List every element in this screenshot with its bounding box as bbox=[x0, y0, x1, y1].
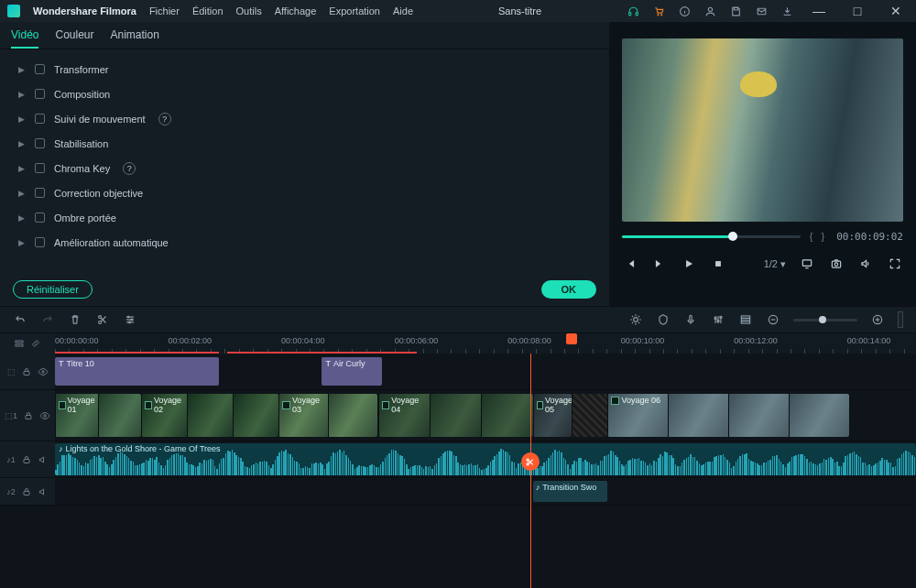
checkbox[interactable] bbox=[35, 89, 45, 99]
expand-icon[interactable]: ▶ bbox=[18, 164, 26, 173]
account-icon[interactable] bbox=[703, 5, 716, 17]
transition-clip[interactable]: ♪Transition Swo bbox=[533, 481, 608, 502]
playhead-handle[interactable] bbox=[566, 333, 577, 344]
help-icon[interactable]: ? bbox=[158, 113, 171, 125]
checkbox[interactable] bbox=[35, 237, 45, 247]
tab-color[interactable]: Couleur bbox=[55, 28, 93, 49]
video-clip[interactable]: Voyage 03 bbox=[278, 394, 377, 437]
lock-icon[interactable] bbox=[21, 366, 32, 377]
expand-icon[interactable]: ▶ bbox=[18, 114, 26, 124]
window-minimize[interactable]: — bbox=[806, 4, 832, 18]
prop-stabilisation[interactable]: ▶Stabilisation bbox=[0, 131, 609, 156]
zoom-handle[interactable] bbox=[819, 316, 826, 323]
expand-icon[interactable]: ▶ bbox=[18, 90, 26, 99]
prop-chroma-key[interactable]: ▶Chroma Key? bbox=[0, 156, 609, 180]
video-clip[interactable]: Voyage 01 bbox=[55, 394, 141, 437]
zoom-fit-icon[interactable] bbox=[898, 311, 903, 328]
preview-scale[interactable]: 1/2 ▾ bbox=[764, 258, 786, 270]
step-back-button[interactable] bbox=[622, 256, 638, 272]
window-close[interactable]: ✕ bbox=[883, 4, 909, 18]
display-icon[interactable] bbox=[799, 256, 815, 272]
undo-icon[interactable] bbox=[13, 312, 27, 327]
info-icon[interactable] bbox=[678, 5, 691, 17]
menu-file[interactable]: Fichier bbox=[149, 5, 180, 16]
fullscreen-icon[interactable] bbox=[887, 256, 903, 272]
delete-icon[interactable] bbox=[68, 312, 82, 327]
mute-icon[interactable] bbox=[38, 454, 49, 465]
track-title-content[interactable]: TTitre 10TAir Curly bbox=[55, 354, 916, 389]
visibility-icon[interactable] bbox=[39, 410, 50, 421]
lock-icon[interactable] bbox=[23, 410, 34, 421]
support-icon[interactable] bbox=[627, 5, 639, 17]
track-video-content[interactable]: Voyage 01Voyage 02Voyage 03Voyage 04Voya… bbox=[55, 390, 916, 441]
mail-icon[interactable] bbox=[755, 5, 768, 17]
stop-button[interactable] bbox=[710, 256, 726, 272]
mute-icon[interactable] bbox=[38, 486, 49, 497]
prop-correction-objective[interactable]: ▶Correction objective bbox=[0, 180, 609, 205]
window-maximize[interactable]: □ bbox=[845, 4, 870, 18]
timeline-ruler[interactable]: 00:00:00:0000:00:02:0000:00:04:0000:00:0… bbox=[55, 333, 916, 354]
video-clip[interactable]: Voyage 04 bbox=[378, 394, 533, 437]
menu-export[interactable]: Exportation bbox=[329, 5, 380, 16]
checkbox[interactable] bbox=[35, 64, 45, 74]
video-clip[interactable]: Voyage 02 bbox=[141, 394, 278, 437]
expand-icon[interactable]: ▶ bbox=[18, 213, 26, 223]
zoom-slider[interactable] bbox=[793, 319, 857, 321]
step-fwd-button[interactable] bbox=[651, 256, 668, 272]
link-icon[interactable] bbox=[30, 338, 41, 349]
menu-help[interactable]: Aide bbox=[393, 5, 413, 16]
mixer-icon[interactable] bbox=[711, 312, 725, 327]
tracks-icon[interactable] bbox=[738, 312, 753, 327]
checkbox[interactable] bbox=[35, 138, 45, 148]
expand-icon[interactable]: ▶ bbox=[18, 139, 26, 148]
checkbox[interactable] bbox=[35, 163, 45, 173]
menu-view[interactable]: Affichage bbox=[275, 5, 317, 16]
play-button[interactable] bbox=[681, 256, 697, 272]
reset-button[interactable]: Réinitialiser bbox=[13, 280, 93, 299]
expand-icon[interactable]: ▶ bbox=[18, 65, 26, 74]
playhead-split-icon[interactable] bbox=[521, 452, 540, 471]
preview-progress-handle[interactable] bbox=[728, 232, 737, 241]
lock-icon[interactable] bbox=[21, 454, 32, 465]
ok-button[interactable]: OK bbox=[541, 280, 597, 299]
adjust-icon[interactable] bbox=[123, 312, 137, 327]
split-icon[interactable] bbox=[95, 312, 110, 327]
track-transition-content[interactable]: ♪Transition Swo bbox=[55, 478, 916, 505]
menu-tools[interactable]: Outils bbox=[236, 5, 262, 16]
redo-icon[interactable] bbox=[40, 312, 55, 327]
menu-edit[interactable]: Édition bbox=[192, 5, 224, 16]
audio-clip[interactable]: ♪Lights on the Gold Shore - Game Of Tree… bbox=[55, 443, 916, 475]
zoom-out-icon[interactable] bbox=[766, 312, 780, 327]
snapshot-icon[interactable] bbox=[828, 256, 845, 272]
timeline-options-icon[interactable] bbox=[14, 338, 25, 349]
prop-transformer[interactable]: ▶Transformer bbox=[0, 57, 609, 82]
prop-suivi-de-mouvement[interactable]: ▶Suivi de mouvement? bbox=[0, 106, 609, 131]
checkbox[interactable] bbox=[35, 114, 45, 124]
save-icon[interactable] bbox=[729, 5, 742, 17]
download-icon[interactable] bbox=[780, 5, 793, 17]
video-clip[interactable]: Voyage 05 bbox=[533, 394, 572, 437]
prop-ombre-portée[interactable]: ▶Ombre portée bbox=[0, 205, 609, 230]
checkbox[interactable] bbox=[35, 212, 45, 223]
marker-icon[interactable] bbox=[656, 312, 671, 327]
tab-animation[interactable]: Animation bbox=[111, 28, 159, 49]
video-clip[interactable]: Voyage 06 bbox=[607, 394, 848, 437]
zoom-in-icon[interactable] bbox=[870, 312, 885, 327]
cart-icon[interactable] bbox=[652, 5, 665, 17]
expand-icon[interactable]: ▶ bbox=[18, 189, 26, 198]
checkbox[interactable] bbox=[35, 188, 45, 198]
prop-composition[interactable]: ▶Composition bbox=[0, 82, 609, 106]
video-clip[interactable] bbox=[572, 394, 607, 437]
title-clip[interactable]: TAir Curly bbox=[322, 357, 382, 386]
in-out-braces[interactable]: { } bbox=[810, 231, 827, 242]
tab-video[interactable]: Vidéo bbox=[11, 28, 38, 49]
lock-icon[interactable] bbox=[21, 486, 32, 497]
track-audio-content[interactable]: ♪Lights on the Gold Shore - Game Of Tree… bbox=[55, 441, 916, 477]
preview-progress[interactable] bbox=[622, 235, 801, 238]
voiceover-icon[interactable] bbox=[683, 312, 698, 327]
render-icon[interactable] bbox=[628, 312, 643, 327]
expand-icon[interactable]: ▶ bbox=[18, 238, 26, 247]
prop-amélioration-automatique[interactable]: ▶Amélioration automatique bbox=[0, 230, 609, 255]
volume-icon[interactable] bbox=[857, 256, 874, 272]
help-icon[interactable]: ? bbox=[123, 162, 136, 175]
